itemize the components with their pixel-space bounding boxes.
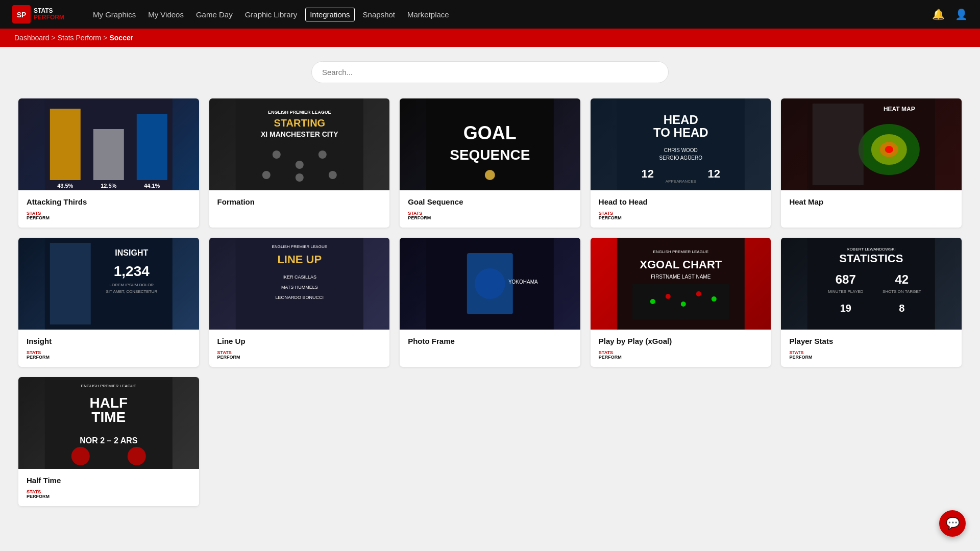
card-formation[interactable]: ENGLISH PREMIER LEAGUE STARTING XI MANCH… — [209, 98, 390, 228]
card-image-attacking-thirds: 43.5% 12.5% 44.1% — [18, 98, 199, 190]
svg-text:YOKOHAMA: YOKOHAMA — [508, 279, 538, 285]
card-heat-map[interactable]: HEAT MAP Heat Map — [781, 98, 962, 228]
search-wrapper — [18, 61, 962, 83]
svg-text:HEAD: HEAD — [664, 113, 698, 127]
card-insight[interactable]: INSIGHT 1,234 LOREM IPSUM DOLOR SIT AMET… — [18, 238, 199, 367]
breadcrumb-stats-perform[interactable]: Stats Perform — [58, 34, 102, 42]
card-play-by-play[interactable]: ENGLISH PREMIER LEAGUE XGOAL CHART FIRST… — [591, 238, 771, 367]
card-title-head-to-head: Head to Head — [599, 197, 763, 206]
card-title-line-up: Line Up — [217, 337, 382, 345]
card-image-half-time: ENGLISH PREMIER LEAGUE HALF TIME NOR 2 –… — [18, 377, 199, 469]
nav-item-graphic-library[interactable]: Graphic Library — [241, 8, 302, 21]
card-title-player-stats: Player Stats — [789, 337, 953, 345]
svg-point-78 — [71, 447, 90, 465]
svg-rect-4 — [93, 129, 124, 180]
breadcrumb-dashboard[interactable]: Dashboard — [14, 34, 50, 42]
card-attacking-thirds[interactable]: 43.5% 12.5% 44.1% Attacking ThirdsSTATSP… — [18, 98, 199, 228]
svg-text:12: 12 — [641, 167, 653, 180]
card-brand-head-to-head: STATSPERFORM — [599, 211, 763, 220]
svg-text:XI MANCHESTER CITY: XI MANCHESTER CITY — [261, 130, 338, 138]
card-title-attacking-thirds: Attacking Thirds — [27, 197, 191, 206]
card-half-time[interactable]: ENGLISH PREMIER LEAGUE HALF TIME NOR 2 –… — [18, 377, 199, 506]
svg-text:INSIGHT: INSIGHT — [115, 248, 148, 257]
svg-text:1,234: 1,234 — [114, 263, 150, 279]
card-title-play-by-play: Play by Play (xGoal) — [599, 337, 763, 345]
svg-rect-44 — [235, 238, 363, 330]
card-title-formation: Formation — [217, 197, 382, 206]
logo-line2: PERFORM — [34, 14, 64, 21]
nav-item-marketplace[interactable]: Marketplace — [403, 8, 453, 21]
breadcrumb-sep-1: > — [52, 34, 56, 42]
svg-text:STARTING: STARTING — [274, 117, 325, 129]
nav-item-my-graphics[interactable]: My Graphics — [89, 8, 140, 21]
svg-text:ENGLISH PREMIER LEAGUE: ENGLISH PREMIER LEAGUE — [81, 384, 136, 388]
svg-point-60 — [666, 294, 671, 299]
card-image-goal-sequence: GOAL SEQUENCE — [400, 98, 580, 190]
card-brand-insight: STATSPERFORM — [27, 350, 191, 360]
card-head-to-head[interactable]: HEAD TO HEAD CHRIS WOOD SERGIO AGÜERO 12… — [591, 98, 771, 228]
card-title-goal-sequence: Goal Sequence — [408, 197, 572, 206]
user-icon[interactable]: 👤 — [955, 8, 968, 20]
svg-text:MINUTES PLAYED: MINUTES PLAYED — [828, 289, 864, 294]
svg-text:IKER CASILLAS: IKER CASILLAS — [282, 274, 316, 280]
svg-text:CHRIS WOOD: CHRIS WOOD — [664, 147, 698, 153]
svg-point-59 — [650, 299, 655, 304]
card-line-up[interactable]: ENGLISH PREMIER LEAGUE LINE UP IKER CASI… — [209, 238, 390, 367]
nav-item-my-videos[interactable]: My Videos — [144, 8, 188, 21]
navigation: SP STATS PERFORM My GraphicsMy VideosGam… — [0, 0, 980, 29]
brand-logo-head-to-head: STATSPERFORM — [599, 211, 622, 220]
card-title-insight: Insight — [27, 337, 191, 345]
card-brand-half-time: STATSPERFORM — [27, 490, 191, 499]
brand-logo-half-time: STATSPERFORM — [27, 490, 50, 499]
main-content: 43.5% 12.5% 44.1% Attacking ThirdsSTATSP… — [0, 47, 980, 520]
svg-text:12.5%: 12.5% — [101, 183, 116, 189]
search-input[interactable] — [311, 61, 669, 83]
svg-text:ENGLISH PREMIER LEAGUE: ENGLISH PREMIER LEAGUE — [272, 244, 327, 249]
svg-point-22 — [485, 170, 495, 180]
svg-text:SERGIO AGÜERO: SERGIO AGÜERO — [659, 155, 702, 161]
svg-point-13 — [295, 161, 303, 169]
svg-text:8: 8 — [899, 303, 905, 314]
svg-text:LEONARDO BONUCCI: LEONARDO BONUCCI — [275, 295, 324, 300]
card-image-line-up: ENGLISH PREMIER LEAGUE LINE UP IKER CASI… — [209, 238, 390, 330]
svg-text:APPEARANCES: APPEARANCES — [666, 179, 696, 184]
svg-point-18 — [328, 171, 336, 179]
nav-item-game-day[interactable]: Game Day — [192, 8, 237, 21]
card-goal-sequence[interactable]: GOAL SEQUENCE Goal SequenceSTATSPERFORM — [400, 98, 580, 228]
card-image-insight: INSIGHT 1,234 LOREM IPSUM DOLOR SIT AMET… — [18, 238, 199, 330]
card-image-photo-frame: YOKOHAMA — [400, 238, 580, 330]
card-player-stats[interactable]: ROBERT LEWANDOWSKI STATISTICS 687 42 MIN… — [781, 238, 962, 367]
card-title-heat-map: Heat Map — [789, 197, 953, 206]
svg-rect-3 — [50, 109, 81, 180]
brand-logo-attacking-thirds: STATSPERFORM — [27, 211, 50, 220]
svg-text:STATISTICS: STATISTICS — [840, 252, 903, 265]
svg-rect-64 — [807, 238, 935, 330]
svg-text:NOR 2 – 2 ARS: NOR 2 – 2 ARS — [80, 436, 138, 445]
logo[interactable]: SP STATS PERFORM — [12, 5, 64, 23]
brand-logo-insight: STATSPERFORM — [27, 350, 50, 360]
breadcrumb-current: Soccer — [109, 34, 133, 42]
card-image-formation: ENGLISH PREMIER LEAGUE STARTING XI MANCH… — [209, 98, 390, 190]
svg-point-62 — [696, 291, 701, 296]
brand-logo-line-up: STATSPERFORM — [217, 350, 240, 360]
svg-text:HEAT MAP: HEAT MAP — [884, 106, 915, 113]
svg-point-14 — [272, 151, 280, 159]
svg-text:SEQUENCE: SEQUENCE — [450, 147, 530, 163]
notification-icon[interactable]: 🔔 — [932, 8, 945, 20]
nav-item-snapshot[interactable]: Snapshot — [359, 8, 399, 21]
svg-point-36 — [885, 146, 893, 153]
chat-button[interactable]: 💬 — [939, 510, 966, 537]
svg-text:42: 42 — [895, 272, 909, 286]
card-photo-frame[interactable]: YOKOHAMA Photo Frame — [400, 238, 580, 367]
card-title-half-time: Half Time — [27, 476, 191, 485]
svg-point-17 — [295, 173, 303, 182]
svg-text:LOREM IPSUM DOLOR: LOREM IPSUM DOLOR — [109, 283, 154, 287]
logo-icon: SP — [12, 5, 31, 23]
svg-rect-37 — [813, 104, 864, 185]
svg-rect-23 — [617, 98, 745, 190]
nav-item-integrations[interactable]: Integrations — [305, 8, 354, 21]
svg-text:LINE UP: LINE UP — [277, 253, 322, 266]
card-image-play-by-play: ENGLISH PREMIER LEAGUE XGOAL CHART FIRST… — [591, 238, 771, 330]
card-brand-line-up: STATSPERFORM — [217, 350, 382, 360]
svg-rect-5 — [137, 114, 167, 180]
